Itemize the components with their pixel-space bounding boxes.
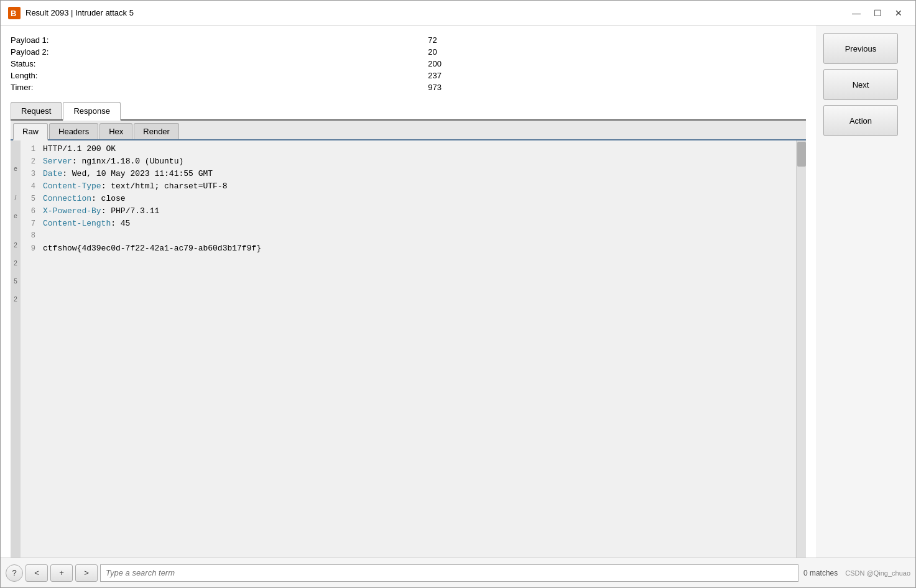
table-row: 2Server: nginx/1.18.0 (Ubuntu): [21, 155, 806, 168]
line-number: 2: [23, 156, 43, 167]
watermark: CSDN @Qing_chuao: [845, 569, 910, 577]
help-button[interactable]: ?: [6, 564, 23, 582]
tab-render[interactable]: Render: [134, 123, 179, 139]
timer-value: 973: [428, 83, 806, 92]
line-content: ctfshow{4d39ec0d-7f22-42a1-ac79-ab60d3b1…: [43, 242, 261, 255]
vertical-scrollbar[interactable]: [796, 140, 806, 558]
line-number: 6: [23, 206, 43, 217]
timer-label: Timer:: [11, 83, 413, 92]
payload1-value: 72: [428, 35, 806, 45]
plus-nav-button[interactable]: +: [50, 564, 73, 582]
length-value: 237: [428, 71, 806, 80]
line-content: Server: nginx/1.18.0 (Ubuntu): [43, 155, 183, 168]
code-area[interactable]: 1HTTP/1.1 200 OK2Server: nginx/1.18.0 (U…: [21, 140, 806, 558]
main-window: B Result 2093 | Intruder attack 5 — ☐ ✕ …: [0, 0, 916, 588]
table-row: 5Connection: close: [21, 193, 806, 205]
table-row: 1HTTP/1.1 200 OK: [21, 143, 806, 155]
line-content: Content-Type: text/html; charset=UTF-8: [43, 180, 227, 193]
status-label: Status:: [11, 59, 413, 68]
line-number: 1: [23, 144, 43, 155]
inner-tabs: Raw Headers Hex Render: [11, 121, 806, 140]
table-row: 6X-Powered-By: PHP/7.3.11: [21, 205, 806, 218]
minimize-button[interactable]: —: [847, 6, 866, 21]
app-icon: B: [8, 7, 21, 19]
line-number: 7: [23, 218, 43, 229]
side-numbers: e / e 2 2 5 2: [11, 140, 21, 558]
main-content: Payload 1: 72 Payload 2: 20 Status: 200 …: [1, 25, 915, 558]
code-lines: 1HTTP/1.1 200 OK2Server: nginx/1.18.0 (U…: [21, 143, 806, 255]
tab-hex[interactable]: Hex: [99, 123, 132, 139]
svg-text:B: B: [11, 9, 16, 18]
payload2-label: Payload 2:: [11, 47, 413, 57]
line-number: 8: [23, 230, 43, 241]
info-grid: Payload 1: 72 Payload 2: 20 Status: 200 …: [11, 35, 806, 92]
tab-raw[interactable]: Raw: [13, 123, 48, 140]
table-row: 8: [21, 230, 806, 242]
tab-response[interactable]: Response: [63, 102, 121, 121]
content-wrapper: Raw Headers Hex Render e / e: [11, 121, 806, 558]
right-panel: Previous Next Action: [816, 25, 915, 558]
table-row: 4Content-Type: text/html; charset=UTF-8: [21, 180, 806, 193]
title-bar: B Result 2093 | Intruder attack 5 — ☐ ✕: [1, 1, 915, 25]
line-content: HTTP/1.1 200 OK: [43, 143, 116, 155]
line-number: 9: [23, 243, 43, 254]
close-button[interactable]: ✕: [889, 6, 908, 21]
search-input[interactable]: [100, 564, 798, 582]
matches-label: 0 matches: [803, 569, 838, 577]
window-title: Result 2093 | Intruder attack 5: [25, 8, 847, 17]
window-controls: — ☐ ✕: [847, 6, 908, 21]
line-number: 4: [23, 181, 43, 192]
tab-request[interactable]: Request: [11, 102, 62, 119]
next-button[interactable]: Next: [823, 69, 898, 100]
line-content: X-Powered-By: PHP/7.3.11: [43, 205, 159, 218]
response-panel: e / e 2 2 5 2 1HTTP/1.1 200: [11, 140, 806, 558]
table-row: 7Content-Length: 45: [21, 218, 806, 230]
maximize-button[interactable]: ☐: [868, 6, 887, 21]
bottom-bar: ? < + > 0 matches CSDN @Qing_chuao: [1, 558, 915, 587]
line-content: Content-Length: 45: [43, 218, 130, 230]
action-button[interactable]: Action: [823, 105, 898, 136]
left-panel: Payload 1: 72 Payload 2: 20 Status: 200 …: [1, 25, 816, 558]
payload1-label: Payload 1:: [11, 35, 413, 45]
status-value: 200: [428, 59, 806, 68]
table-row: 3Date: Wed, 10 May 2023 11:41:55 GMT: [21, 168, 806, 180]
line-number: 3: [23, 168, 43, 180]
line-content: Date: Wed, 10 May 2023 11:41:55 GMT: [43, 168, 213, 180]
tab-headers[interactable]: Headers: [49, 123, 98, 139]
length-label: Length:: [11, 71, 413, 80]
outer-tabs: Request Response: [11, 102, 806, 121]
prev-nav-button[interactable]: <: [25, 564, 48, 582]
next-nav-button[interactable]: >: [75, 564, 98, 582]
line-content: Connection: close: [43, 193, 126, 205]
previous-button[interactable]: Previous: [823, 33, 898, 64]
table-row: 9ctfshow{4d39ec0d-7f22-42a1-ac79-ab60d3b…: [21, 242, 806, 255]
line-number: 5: [23, 193, 43, 204]
payload2-value: 20: [428, 47, 806, 57]
scroll-thumb[interactable]: [797, 142, 806, 167]
